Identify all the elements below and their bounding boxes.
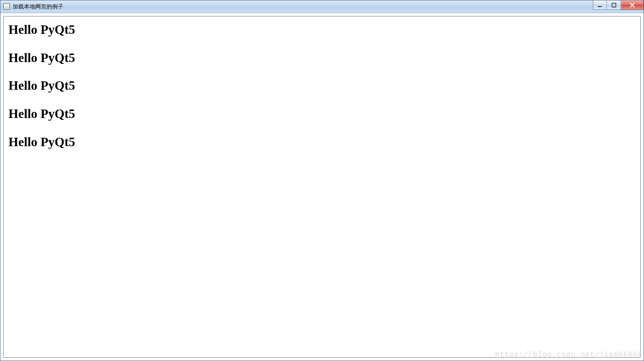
maximize-button[interactable] — [607, 0, 621, 10]
heading: Hello PyQt5 — [8, 135, 636, 149]
client-area: Hello PyQt5 Hello PyQt5 Hello PyQt5 Hell… — [0, 13, 644, 361]
window-title: 加载本地网页的例子 — [13, 4, 63, 9]
heading: Hello PyQt5 — [8, 51, 636, 65]
heading: Hello PyQt5 — [8, 107, 636, 121]
titlebar[interactable]: 加载本地网页的例子 — [0, 0, 644, 13]
close-button[interactable] — [621, 0, 644, 10]
maximize-icon — [612, 3, 616, 8]
web-view[interactable]: Hello PyQt5 Hello PyQt5 Hello PyQt5 Hell… — [3, 16, 641, 358]
app-window: 加载本地网页的例子 Hello PyQt5 Hello PyQt5 — [0, 0, 644, 361]
app-icon — [3, 3, 10, 10]
minimize-button[interactable] — [593, 0, 607, 10]
svg-rect-1 — [612, 3, 616, 7]
heading: Hello PyQt5 — [8, 23, 636, 37]
window-controls — [593, 0, 644, 10]
svg-rect-0 — [598, 6, 602, 7]
heading: Hello PyQt5 — [8, 79, 636, 93]
close-icon — [629, 3, 635, 8]
minimize-icon — [597, 3, 602, 8]
